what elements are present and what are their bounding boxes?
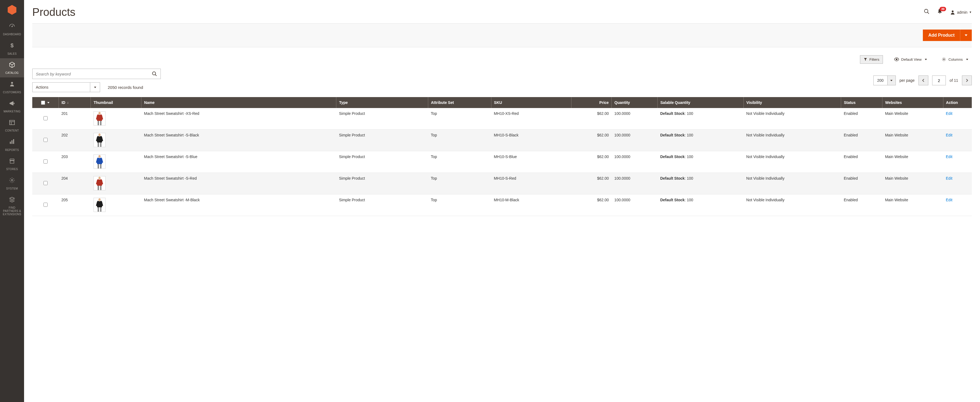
table-row[interactable]: 205Mach Street Sweatshirt -M-BlackSimple… (32, 194, 972, 216)
sidebar-item-marketing[interactable]: MARKETING (0, 97, 24, 116)
cell-websites: Main Website (882, 151, 943, 173)
row-checkbox[interactable] (43, 116, 48, 120)
col-salable-quantity[interactable]: Salable Quantity (657, 97, 743, 108)
edit-link[interactable]: Edit (946, 111, 952, 116)
cell-salable: Default Stock: 100 (657, 108, 743, 130)
col-type[interactable]: Type (336, 97, 428, 108)
cell-status: Enabled (841, 173, 882, 194)
product-thumbnail (94, 133, 105, 147)
col-name[interactable]: Name (142, 97, 336, 108)
col-price[interactable]: Price (571, 97, 612, 108)
sidebar-item-content[interactable]: CONTENT (0, 116, 24, 135)
col-sku[interactable]: SKU (491, 97, 571, 108)
col-attribute-set[interactable]: Attribute Set (428, 97, 491, 108)
edit-link[interactable]: Edit (946, 133, 952, 137)
sidebar-item-label: FIND PARTNERS & EXTENSIONS (1, 206, 23, 216)
default-view-button[interactable]: Default View (891, 55, 931, 64)
edit-link[interactable]: Edit (946, 198, 952, 202)
col-status[interactable]: Status (841, 97, 882, 108)
notification-badge: 39 (940, 7, 946, 11)
svg-rect-9 (13, 139, 14, 144)
page-header: Products 39 admin ▼ (32, 0, 972, 23)
cell-name: Mach Street Sweatshirt -M-Black (142, 194, 336, 216)
sidebar-item-catalog[interactable]: CATALOG (0, 58, 24, 77)
svg-point-21 (99, 133, 100, 136)
sidebar-item-system[interactable]: SYSTEM (0, 174, 24, 193)
add-product-button[interactable]: Add Product (923, 30, 960, 41)
dollar-icon: $ (9, 42, 15, 50)
add-product-dropdown[interactable] (960, 30, 972, 41)
sidebar-item-reports[interactable]: REPORTS (0, 135, 24, 154)
records-found: 2050 records found (108, 85, 143, 90)
filters-button[interactable]: Filters (860, 55, 883, 64)
logo[interactable] (0, 0, 24, 20)
caret-down-icon[interactable] (47, 102, 49, 103)
caret-down-icon (966, 59, 968, 60)
layout-icon (9, 119, 15, 127)
sidebar-item-label: DASHBOARD (3, 33, 21, 36)
cell-status: Enabled (841, 194, 882, 216)
svg-rect-23 (100, 143, 102, 147)
per-page-select[interactable]: 200 (873, 75, 896, 85)
sidebar-item-sales[interactable]: $SALES (0, 39, 24, 58)
actions-select[interactable]: Actions (32, 82, 100, 92)
cell-sku: MH10-M-Black (491, 194, 571, 216)
next-page-button[interactable] (962, 75, 972, 85)
cell-salable: Default Stock: 100 (657, 130, 743, 151)
cell-attribute-set: Top (428, 108, 491, 130)
row-checkbox[interactable] (43, 203, 48, 207)
cell-sku: MH10-S-Black (491, 130, 571, 151)
add-product-button-group: Add Product (923, 30, 972, 41)
sidebar-item-customers[interactable]: CUSTOMERS (0, 77, 24, 97)
sidebar-item-label: SYSTEM (6, 187, 18, 190)
cell-attribute-set: Top (428, 151, 491, 173)
col-action[interactable]: Action (943, 97, 972, 108)
edit-link[interactable]: Edit (946, 154, 952, 159)
cell-quantity: 100.0000 (612, 194, 658, 216)
page-title: Products (32, 6, 75, 18)
search-button[interactable] (148, 69, 161, 79)
svg-point-24 (99, 155, 100, 158)
svg-point-18 (99, 112, 100, 114)
columns-button[interactable]: Columns (938, 55, 972, 64)
sidebar-item-find-partners-extensions[interactable]: FIND PARTNERS & EXTENSIONS (0, 193, 24, 219)
col-quantity[interactable]: Quantity (612, 97, 658, 108)
row-checkbox[interactable] (43, 138, 48, 142)
user-menu[interactable]: admin ▼ (950, 10, 972, 15)
row-checkbox[interactable] (43, 181, 48, 185)
col-websites[interactable]: Websites (882, 97, 943, 108)
sidebar-item-stores[interactable]: STORES (0, 154, 24, 174)
col-id[interactable]: ID↓ (59, 97, 91, 108)
sidebar-item-dashboard[interactable]: DASHBOARD (0, 20, 24, 39)
search-input[interactable] (33, 72, 148, 76)
cell-attribute-set: Top (428, 173, 491, 194)
cell-websites: Main Website (882, 194, 943, 216)
table-row[interactable]: 204Mach Street Sweatshirt -S-RedSimple P… (32, 173, 972, 194)
svg-point-15 (943, 59, 945, 60)
page-input[interactable] (932, 75, 946, 85)
select-all-checkbox[interactable] (41, 101, 45, 105)
svg-point-16 (153, 72, 156, 75)
caret-down-icon (965, 35, 967, 36)
table-row[interactable]: 202Mach Street Sweatshirt -S-BlackSimple… (32, 130, 972, 151)
eye-icon (894, 57, 899, 61)
header-tools: 39 admin ▼ (924, 8, 972, 16)
row-checkbox[interactable] (43, 159, 48, 164)
edit-link[interactable]: Edit (946, 176, 952, 181)
search-icon[interactable] (924, 8, 930, 16)
pagination-controls: 200 per page of 11 (873, 75, 972, 85)
col-visibility[interactable]: Visibility (743, 97, 841, 108)
prev-page-button[interactable] (918, 75, 928, 85)
table-row[interactable]: 203Mach Street Sweatshirt -S-BlueSimple … (32, 151, 972, 173)
cube-icon (9, 62, 15, 70)
barchart-icon (9, 138, 15, 146)
notifications-icon[interactable]: 39 (937, 8, 943, 16)
col-thumbnail[interactable]: Thumbnail (91, 97, 142, 108)
table-row[interactable]: 201Mach Street Sweatshirt -XS-RedSimple … (32, 108, 972, 130)
svg-rect-29 (100, 186, 102, 190)
cell-sku: MH10-S-Blue (491, 151, 571, 173)
cell-type: Simple Product (336, 108, 428, 130)
svg-point-14 (896, 59, 897, 60)
svg-rect-25 (98, 164, 99, 168)
per-page-label: per page (900, 78, 915, 83)
